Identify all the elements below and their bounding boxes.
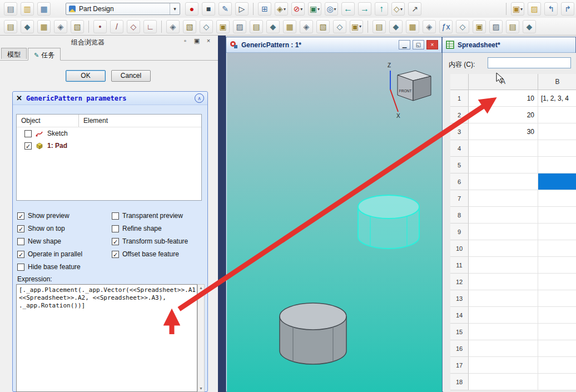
checkbox-box[interactable]: ✓ bbox=[112, 251, 119, 258]
measure-distance[interactable]: ↗ bbox=[408, 2, 421, 16]
chamfer[interactable]: ▣ bbox=[473, 20, 486, 33]
row-header-18[interactable]: 18 bbox=[450, 374, 469, 390]
zoom-tools[interactable]: ◎▾ bbox=[325, 2, 338, 16]
cell-B3[interactable] bbox=[538, 123, 576, 140]
cell-A11[interactable] bbox=[469, 257, 538, 274]
cell-B8[interactable] bbox=[538, 207, 576, 224]
macro-stop[interactable]: ■ bbox=[202, 2, 215, 16]
row-header-14[interactable]: 14 bbox=[450, 307, 469, 324]
fillet[interactable]: ◇ bbox=[456, 20, 469, 33]
checkbox-operate-in-parallel[interactable]: ✓Operate in parallel bbox=[17, 250, 112, 258]
row-header-6[interactable]: 6 bbox=[450, 173, 469, 190]
cell-A1[interactable]: 10 bbox=[469, 90, 538, 107]
draw-style[interactable]: ⊘▾ bbox=[291, 2, 305, 16]
row-header-1[interactable]: 1 bbox=[450, 90, 469, 107]
checkbox-show-on-top[interactable]: ✓Show on top bbox=[17, 225, 112, 232]
checkbox-offset-base-feature[interactable]: ✓Offset base feature bbox=[112, 250, 205, 258]
cell-A10[interactable] bbox=[469, 240, 538, 257]
cell-A9[interactable] bbox=[469, 224, 538, 240]
additive-pipe[interactable]: ▣ bbox=[216, 20, 230, 33]
datum-point[interactable]: • bbox=[93, 20, 107, 33]
cell-B7[interactable] bbox=[538, 190, 576, 207]
list-item-sketch[interactable]: Sketch bbox=[17, 127, 201, 140]
multitransform[interactable]: ◈ bbox=[423, 20, 436, 33]
cell-A5[interactable] bbox=[469, 157, 538, 173]
checkbox-box[interactable]: ✓ bbox=[112, 238, 119, 245]
cell-A13[interactable] bbox=[469, 290, 538, 307]
cell-A14[interactable] bbox=[469, 307, 538, 324]
checkbox-box[interactable]: ✓ bbox=[17, 225, 24, 232]
row-header-4[interactable]: 4 bbox=[450, 140, 469, 157]
cell-A16[interactable] bbox=[469, 340, 538, 357]
nav-forward[interactable]: → bbox=[358, 2, 371, 16]
row-header-12[interactable]: 12 bbox=[450, 274, 469, 290]
row-header-16[interactable]: 16 bbox=[450, 340, 469, 357]
create-body[interactable]: ▤ bbox=[4, 20, 17, 33]
checkbox-box[interactable] bbox=[17, 264, 24, 271]
export-right[interactable]: ↱ bbox=[561, 2, 574, 16]
view-isometric[interactable]: ◈▾ bbox=[275, 2, 288, 16]
create-sketch[interactable]: ◆ bbox=[21, 20, 34, 33]
checkbox-box[interactable] bbox=[112, 225, 119, 232]
cell-A7[interactable] bbox=[469, 190, 538, 207]
open-folder[interactable]: ▨ bbox=[528, 2, 541, 16]
panel-header[interactable]: ✕ GenericPattern parameters ∧ bbox=[13, 92, 207, 105]
new-file[interactable]: ▤ bbox=[4, 2, 17, 16]
pocket[interactable]: ◆ bbox=[266, 20, 280, 33]
cell-A3[interactable]: 30 bbox=[469, 123, 538, 140]
item-checkbox[interactable] bbox=[24, 130, 32, 137]
cell-B1[interactable]: [1, 2, 3, 4 bbox=[538, 90, 576, 107]
cell-B12[interactable] bbox=[538, 274, 576, 290]
pad[interactable]: ◈ bbox=[166, 20, 180, 33]
clone-feature[interactable]: ◈ bbox=[54, 20, 67, 33]
checkbox-refine-shape[interactable]: Refine shape bbox=[112, 225, 205, 232]
cell-A8[interactable] bbox=[469, 207, 538, 224]
content-input[interactable] bbox=[488, 57, 571, 68]
additive-box[interactable]: ▤ bbox=[250, 20, 263, 33]
cell-B14[interactable] bbox=[538, 307, 576, 324]
part-primitives[interactable]: ▣▾ bbox=[511, 2, 524, 16]
macro-edit[interactable]: ✎ bbox=[219, 2, 232, 16]
close-button[interactable]: × bbox=[426, 40, 438, 49]
sketch-on-face[interactable]: ▧ bbox=[71, 20, 84, 33]
additive-helix[interactable]: ▨ bbox=[233, 20, 246, 33]
row-header-11[interactable]: 11 bbox=[450, 257, 469, 274]
datum-plane[interactable]: ◇ bbox=[127, 20, 140, 33]
subtractive-box[interactable]: ▣▾ bbox=[350, 20, 363, 33]
3d-view-titlebar[interactable]: GenericPattern : 1* ▁◱× bbox=[226, 37, 441, 53]
list-item-1-pad[interactable]: ✓1: Pad bbox=[17, 140, 201, 152]
nav-back[interactable]: ← bbox=[341, 2, 355, 16]
selection-box[interactable]: ▣▾ bbox=[308, 2, 321, 16]
boolean-op[interactable]: ◆ bbox=[523, 20, 536, 33]
cell-B5[interactable] bbox=[538, 157, 576, 173]
cell-A12[interactable] bbox=[469, 274, 538, 290]
fx-expression[interactable]: ƒx bbox=[439, 20, 453, 33]
base-pad-shape[interactable] bbox=[276, 301, 350, 370]
ok-button[interactable]: OK bbox=[66, 70, 106, 82]
column-header-A[interactable]: A bbox=[469, 74, 538, 90]
expression-scrollbar[interactable]: ▲▼ bbox=[197, 284, 205, 392]
close-button[interactable]: × bbox=[205, 37, 212, 44]
cell-A17[interactable] bbox=[469, 357, 538, 374]
restore-button[interactable]: ◱ bbox=[413, 40, 424, 49]
row-header-7[interactable]: 7 bbox=[450, 190, 469, 207]
nav-up[interactable]: ↑ bbox=[375, 2, 388, 16]
row-header-9[interactable]: 9 bbox=[450, 224, 469, 240]
subtractive-loft[interactable]: ▧ bbox=[316, 20, 330, 33]
row-header-3[interactable]: 3 bbox=[450, 123, 469, 140]
checkbox-hide-base-feature[interactable]: Hide base feature bbox=[17, 263, 112, 271]
checkbox-transform-sub-feature[interactable]: ✓Transform sub-feature bbox=[112, 237, 205, 245]
row-header-8[interactable]: 8 bbox=[450, 207, 469, 224]
cell-B17[interactable] bbox=[538, 357, 576, 374]
row-header-10[interactable]: 10 bbox=[450, 240, 469, 257]
view-axonometric[interactable]: ◇▾ bbox=[391, 2, 405, 16]
cell-B13[interactable] bbox=[538, 290, 576, 307]
macro-play[interactable]: ▷ bbox=[235, 2, 249, 16]
spreadsheet-titlebar[interactable]: Spreadsheet* bbox=[443, 37, 575, 53]
local-cs[interactable]: ∟ bbox=[143, 20, 157, 33]
cell-B6[interactable] bbox=[538, 173, 576, 190]
workbench-selector[interactable]: Part Design ▾ bbox=[66, 3, 180, 15]
polar-pattern[interactable]: ▦ bbox=[406, 20, 419, 33]
expression-input[interactable]: [._app.Placement(._app.Vector(<<Spreadsh… bbox=[16, 284, 197, 392]
draft[interactable]: ▨ bbox=[489, 20, 503, 33]
